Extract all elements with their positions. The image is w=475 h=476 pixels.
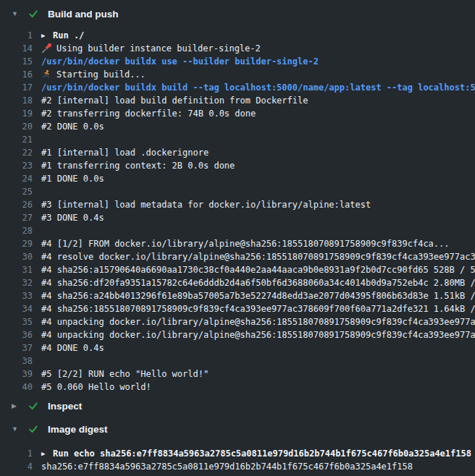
line-content: #4 [1/2] FROM docker.io/library/alpine@s…	[41, 237, 450, 250]
line-text: /usr/bin/docker buildx build --tag local…	[41, 81, 475, 94]
step-title: Image digest	[48, 424, 108, 435]
log-line: 1 ▶Run ./	[0, 29, 475, 42]
line-content: #4 resolve docker.io/library/alpine@sha2…	[41, 250, 475, 263]
line-text: #1 DONE 0.0s	[41, 172, 104, 185]
log-line: 32 #4 sha256:df20fa9351a15782c64e6dddb2d…	[0, 276, 475, 289]
line-content: sha256:e7ff8834a5963a2785c5a0811e979d16b…	[41, 460, 413, 473]
line-number[interactable]: 29	[0, 237, 33, 250]
step-section-inspect: ▶ Inspect	[0, 396, 475, 415]
line-number[interactable]: 27	[0, 211, 33, 224]
line-number[interactable]: 18	[0, 94, 33, 107]
log-line: 27 #3 DONE 0.4s	[0, 211, 475, 224]
line-content: #4 unpacking docker.io/library/alpine@sh…	[41, 328, 475, 341]
log-line: 4 sha256:e7ff8834a5963a2785c5a0811e979d1…	[0, 460, 475, 473]
step-header-build-and-push[interactable]: ▼ Build and push	[0, 4, 475, 23]
log-line: 33 #4 sha256:a24bb4013296f61e89ba57005a7…	[0, 289, 475, 302]
step-title: Inspect	[48, 401, 82, 412]
line-number[interactable]: 17	[0, 81, 33, 94]
line-content: #2 DONE 0.0s	[41, 120, 104, 133]
chevron-down-icon[interactable]: ▼	[12, 426, 28, 433]
log-line: 35 #4 unpacking docker.io/library/alpine…	[0, 315, 475, 328]
log-line: 31 #4 sha256:a15790640a6690aa1730c38cf0a…	[0, 263, 475, 276]
log-line: 26 #3 [internal] load metadata for docke…	[0, 198, 475, 211]
log-line: 38	[0, 354, 475, 367]
log-line: 29 #4 [1/2] FROM docker.io/library/alpin…	[0, 237, 475, 250]
line-text: #5 [2/2] RUN echo "Hello world!"	[41, 367, 209, 381]
line-content: #1 DONE 0.0s	[41, 172, 104, 185]
step-header-image-digest[interactable]: ▼ Image digest	[0, 420, 475, 438]
line-number[interactable]: 22	[0, 146, 33, 159]
line-number[interactable]: 40	[0, 381, 33, 394]
step-header-inspect[interactable]: ▶ Inspect	[0, 396, 475, 415]
log-line: 20 #2 DONE 0.0s	[0, 120, 475, 133]
line-number[interactable]: 34	[0, 302, 33, 315]
line-number[interactable]: 20	[0, 120, 33, 133]
line-number[interactable]: 21	[0, 133, 33, 146]
expand-run-icon[interactable]: ▶	[41, 447, 49, 460]
line-text: #4 sha256:df20fa9351a15782c64e6dddb2d4a6…	[41, 276, 475, 289]
line-number[interactable]: 24	[0, 172, 33, 185]
log-line: 36 #4 unpacking docker.io/library/alpine…	[0, 328, 475, 341]
log-line: 24 #1 DONE 0.0s	[0, 172, 475, 185]
line-content: /usr/bin/docker buildx use --builder bui…	[41, 55, 319, 68]
line-content: #4 sha256:185518070891758909c9f839cf4ca3…	[41, 302, 475, 315]
line-number[interactable]: 1	[0, 447, 33, 460]
line-text: Starting build...	[56, 68, 146, 81]
line-text: #2 [internal] load build definition from…	[41, 94, 308, 107]
line-number[interactable]: 23	[0, 159, 33, 172]
line-content: Starting build...	[41, 68, 146, 81]
log-line: 28	[0, 224, 475, 237]
line-number[interactable]: 19	[0, 107, 33, 120]
line-text: #4 unpacking docker.io/library/alpine@sh…	[41, 328, 475, 341]
line-text: /usr/bin/docker buildx use --builder bui…	[41, 55, 319, 68]
line-number[interactable]: 4	[0, 460, 33, 473]
expand-run-icon[interactable]: ▶	[41, 29, 49, 42]
line-text: #3 [internal] load metadata for docker.i…	[41, 198, 371, 211]
line-number[interactable]: 37	[0, 341, 33, 354]
log-line: 14 Using builder instance builder-single…	[0, 42, 475, 55]
emoji-slot	[41, 69, 51, 80]
line-number[interactable]: 28	[0, 224, 33, 237]
line-content: #3 DONE 0.4s	[41, 211, 104, 224]
line-number[interactable]: 16	[0, 68, 33, 81]
runner-icon	[41, 69, 51, 80]
line-content: #1 [internal] load .dockerignore	[41, 146, 209, 159]
line-number[interactable]: 15	[0, 55, 33, 68]
chevron-right-icon[interactable]: ▶	[12, 403, 28, 409]
line-number[interactable]: 14	[0, 42, 33, 55]
success-check-icon	[28, 400, 39, 412]
chevron-down-icon[interactable]: ▼	[12, 11, 28, 17]
line-content: #3 [internal] load metadata for docker.i…	[41, 198, 371, 211]
line-number[interactable]: 1	[0, 29, 33, 42]
line-content: #4 unpacking docker.io/library/alpine@sh…	[41, 315, 475, 328]
log-line: 37 #4 DONE 0.4s	[0, 341, 475, 354]
line-text: Using builder instance builder-single-2	[56, 42, 261, 55]
line-number[interactable]: 25	[0, 185, 33, 198]
line-content: #1 transferring context: 2B 0.0s done	[41, 159, 235, 172]
line-number[interactable]: 32	[0, 276, 33, 289]
line-content: ▶Run ./	[41, 29, 84, 42]
line-content: #5 0.060 Hello world!	[41, 381, 151, 394]
line-number[interactable]: 36	[0, 328, 33, 341]
log-line: 23 #1 transferring context: 2B 0.0s done	[0, 159, 475, 172]
line-text: #2 DONE 0.0s	[41, 120, 104, 133]
step-title: Build and push	[48, 9, 119, 20]
step-log: 1 ▶Run echo sha256:e7ff8834a5963a2785c5a…	[0, 447, 475, 473]
line-number[interactable]: 31	[0, 263, 33, 276]
log-line: 18 #2 [internal] load build definition f…	[0, 94, 475, 107]
line-content: Using builder instance builder-single-2	[41, 42, 261, 55]
line-number[interactable]: 38	[0, 354, 33, 367]
line-number[interactable]: 26	[0, 198, 33, 211]
log-line: 22 #1 [internal] load .dockerignore	[0, 146, 475, 159]
line-number[interactable]: 33	[0, 289, 33, 302]
line-number[interactable]: 30	[0, 250, 33, 263]
line-text: Run ./	[53, 29, 84, 42]
step-section-image-digest: ▼ Image digest 1 ▶Run echo sha256:e7ff88…	[0, 420, 475, 473]
line-number[interactable]: 39	[0, 367, 33, 381]
line-content: /usr/bin/docker buildx build --tag local…	[41, 81, 475, 94]
line-text: sha256:e7ff8834a5963a2785c5a0811e979d16b…	[41, 460, 413, 473]
log-line: 1 ▶Run echo sha256:e7ff8834a5963a2785c5a…	[0, 447, 475, 460]
line-text: #3 DONE 0.4s	[41, 211, 104, 224]
line-number[interactable]: 35	[0, 315, 33, 328]
line-content: #4 DONE 0.4s	[41, 341, 104, 354]
